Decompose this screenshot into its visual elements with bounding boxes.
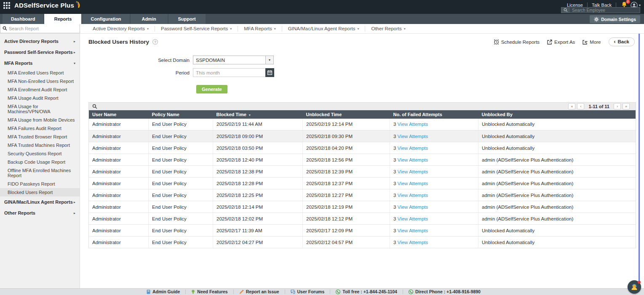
export-icon (547, 40, 552, 45)
sidebar-item[interactable]: Blocked Users Report (0, 188, 80, 197)
view-attempts-link[interactable]: View Attempts (398, 205, 428, 210)
domain-select[interactable]: SSPDOMAIN ▾ (193, 56, 274, 64)
table-row: Administrator End User Policy 2025/02/19… (89, 119, 636, 130)
user-forums-link[interactable]: User Forums (285, 290, 331, 294)
phone-icon (409, 290, 413, 294)
cell-unblocked-time: 2025/02/17 12:09 PM (303, 225, 390, 237)
view-attempts-link[interactable]: View Attempts (398, 169, 428, 174)
view-attempts-link[interactable]: View Attempts (398, 157, 428, 162)
sidebar-item[interactable]: MFA Enrollment Audit Report (0, 85, 80, 94)
report-menu-item[interactable]: Active Directory Reports (87, 26, 155, 32)
toll-free-link[interactable]: Toll free : +1-844-245-1104 (330, 290, 403, 294)
report-menu-item[interactable]: GINA/Mac/Linux Agent Reports (282, 26, 366, 32)
view-attempts-link[interactable]: View Attempts (398, 228, 428, 233)
column-header[interactable]: No. of Failed Attempts (390, 110, 478, 119)
table-row: Administrator End User Policy 2025/02/18… (89, 201, 636, 213)
cell-blocked-time: 2025/02/18 12:25 PM (213, 189, 303, 201)
first-page-button[interactable]: « (568, 103, 575, 109)
cell-user-name: Administrator (89, 119, 149, 130)
column-header[interactable]: Unblocked By (478, 110, 636, 119)
cell-failed-attempts: 3 View Attempts (390, 201, 478, 213)
view-attempts-link[interactable]: View Attempts (398, 134, 428, 139)
column-header[interactable]: User Name (89, 110, 149, 119)
guide-book-icon (147, 290, 150, 294)
sidebar-item[interactable]: MFA Enrolled Users Report (0, 69, 80, 77)
chevron-down-icon: ▾ (265, 56, 273, 64)
view-attempts-link[interactable]: View Attempts (398, 181, 428, 186)
sidebar-item[interactable]: Active Directory Reports ▸ (0, 36, 80, 47)
sidebar-item[interactable]: MFA Non-Enrolled Users Report (0, 77, 80, 85)
sidebar-item[interactable]: MFA Failures Audit Report (0, 124, 80, 133)
sidebar-item[interactable]: MFA Usage from Mobile Devices (0, 116, 80, 124)
sidebar-item[interactable]: MFA Usage for Machines/VPN/OWA (0, 102, 80, 116)
sidebar-item[interactable]: FIDO Passkeys Report (0, 180, 80, 188)
generate-button[interactable]: Generate (196, 85, 227, 93)
main-content: Blocked Users History ? Schedule Reports (80, 34, 644, 295)
report-issue-link[interactable]: Report an Issue (234, 290, 285, 294)
report-menu-item[interactable]: Password Self-Service Reports (155, 26, 238, 32)
view-attempts-link[interactable]: View Attempts (398, 240, 428, 245)
last-page-button[interactable]: » (623, 103, 630, 109)
talkback-link[interactable]: Talk Back (592, 3, 612, 8)
period-input[interactable] (193, 68, 265, 77)
help-icon[interactable]: ? (152, 39, 158, 45)
table-row: Administrator End User Policy 2025/02/18… (89, 142, 636, 154)
search-report-input[interactable] (9, 26, 77, 31)
cell-blocked-time: 2025/02/18 12:38 PM (213, 166, 303, 178)
cell-policy-name: End User Policy (149, 201, 213, 213)
sidebar-item[interactable]: MFA Reports ▾ (0, 58, 80, 69)
sidebar-item[interactable]: Password Self-Service Reports ▸ (0, 47, 80, 58)
cell-blocked-time: 2025/02/18 09:00 PM (213, 130, 303, 142)
calendar-icon[interactable] (265, 68, 274, 77)
prev-page-button[interactable]: ‹ (577, 103, 584, 109)
view-attempts-link[interactable]: View Attempts (398, 146, 428, 151)
search-icon[interactable] (561, 8, 570, 13)
search-employee-input[interactable] (570, 8, 640, 13)
attempts-count: 3 (393, 157, 396, 162)
support-chatbot-button[interactable] (628, 280, 641, 294)
sidebar-item[interactable]: Offline MFA Enrolled Machines Report (0, 166, 80, 180)
need-features-link[interactable]: Need Features (186, 290, 233, 294)
blocked-users-table: User Name Policy Name Blocked Time Unblo… (88, 110, 636, 248)
tab-configuration[interactable]: Configuration (82, 14, 129, 24)
brand-text: ADSelfService Plus (14, 2, 74, 9)
column-header[interactable]: Blocked Time (213, 110, 303, 119)
cell-unblocked-by: admin (ADSelfService Plus Authentication… (478, 201, 636, 213)
tab-reports[interactable]: Reports (44, 14, 81, 24)
license-link[interactable]: License (567, 3, 583, 8)
top-bar: ADSelfService Plus License Talk Back 2 (0, 0, 644, 14)
tab-dashboard[interactable]: Dashboard (3, 14, 43, 24)
export-as-button[interactable]: Export As (547, 40, 575, 45)
view-attempts-link[interactable]: View Attempts (398, 122, 428, 127)
employee-search (561, 7, 640, 13)
sidebar-item[interactable]: Security Questions Report (0, 149, 80, 158)
pagination-label: 1-11 of 11 (588, 104, 609, 109)
tab-support[interactable]: Support (168, 14, 206, 24)
cell-blocked-time: 2025/02/18 12:28 PM (213, 178, 303, 189)
direct-phone-link[interactable]: Direct Phone : +1-408-916-9890 (403, 290, 486, 294)
schedule-reports-button[interactable]: Schedule Reports (494, 39, 540, 45)
view-attempts-link[interactable]: View Attempts (398, 193, 428, 198)
column-header[interactable]: Policy Name (149, 110, 213, 119)
admin-guide-link[interactable]: Admin Guide (141, 290, 186, 294)
more-button[interactable]: More (583, 40, 601, 45)
apps-grid-icon[interactable] (3, 2, 10, 9)
sidebar-item[interactable]: MFA Trusted Machines Report (0, 141, 80, 149)
report-menu-item[interactable]: Other Reports (365, 26, 411, 32)
sidebar-item[interactable]: MFA Trusted Browser Report (0, 133, 80, 141)
tab-admin[interactable]: Admin (131, 14, 168, 24)
column-header[interactable]: Unblocked Time (303, 110, 390, 119)
sidebar-item[interactable]: GINA/Mac/Linux Agent Reports ▸ (0, 197, 80, 207)
next-page-button[interactable]: › (614, 103, 621, 109)
cell-blocked-time: 2025/02/18 12:02 PM (213, 213, 303, 225)
cell-unblocked-time: 2025/02/19 12:14 PM (303, 119, 390, 130)
domain-settings-button[interactable]: Domain Settings (590, 15, 640, 23)
report-menu-item[interactable]: MFA Reports (238, 26, 282, 32)
cell-unblocked-by: admin (ADSelfService Plus Authentication… (478, 189, 636, 201)
sidebar-item[interactable]: MFA Usage Audit Report (0, 94, 80, 102)
table-search-icon[interactable] (92, 104, 97, 109)
sidebar-item[interactable]: Backup Code Usage Report (0, 158, 80, 166)
back-button[interactable]: ‹ Back (609, 37, 635, 46)
sidebar-item[interactable]: Other Reports ▸ (0, 207, 80, 218)
view-attempts-link[interactable]: View Attempts (398, 216, 428, 221)
